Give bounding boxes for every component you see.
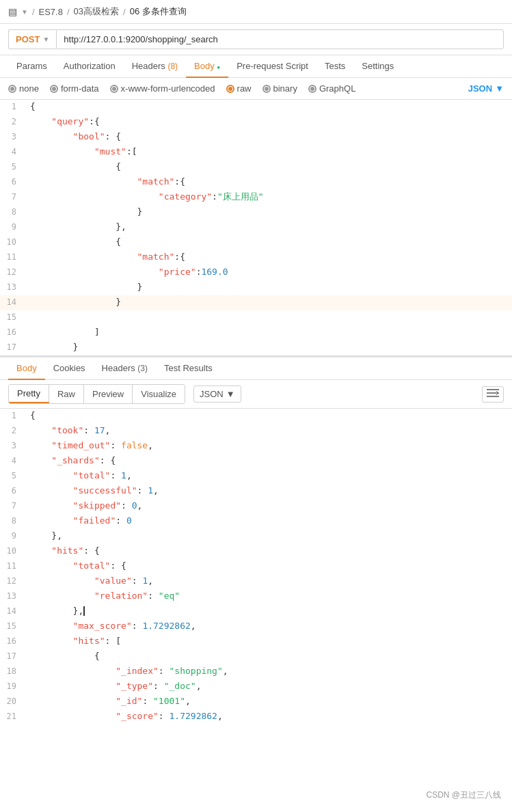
radio-graphql-label: GraphQL <box>319 83 355 94</box>
resp-linecontent-16: "hits": [ <box>25 634 512 649</box>
req-line-6: 6 "match":{ <box>0 175 512 190</box>
tab-body[interactable]: Body ● <box>186 55 228 78</box>
resp-line-14: 14 }, <box>0 604 512 619</box>
req-linenum-11: 11 <box>0 250 25 264</box>
tab-prerequest[interactable]: Pre-request Script <box>228 55 316 78</box>
resp-linecontent-10: "hits": { <box>25 544 512 558</box>
req-linecontent-6: "match":{ <box>25 175 512 189</box>
resp-linecontent-20: "_id": "1001", <box>25 694 512 709</box>
radio-urlencoded[interactable]: x-www-form-urlencoded <box>110 83 215 94</box>
tab-settings[interactable]: Settings <box>353 55 402 78</box>
request-code-editor[interactable]: 1 { 2 "query":{ 3 "bool": { 4 "must":[ 5… <box>0 100 512 357</box>
resp-linenum-6: 6 <box>0 484 25 498</box>
resp-linecontent-17: { <box>25 649 512 664</box>
req-line-4: 4 "must":[ <box>0 145 512 160</box>
req-linecontent-9: }, <box>25 220 512 234</box>
resp-linecontent-11: "total": { <box>25 559 512 573</box>
resp-linenum-19: 19 <box>0 679 25 693</box>
resp-linenum-9: 9 <box>0 529 25 543</box>
resp-tab-body-label: Body <box>16 363 37 373</box>
radio-none[interactable]: none <box>8 83 39 94</box>
resp-linecontent-4: "_shards": { <box>25 454 512 468</box>
req-linenum-14: 14 <box>0 295 25 309</box>
resp-line-13: 13 "relation": "eq" <box>0 589 512 604</box>
resp-linecontent-12: "value": 1, <box>25 574 512 588</box>
req-linecontent-7: "category":"床上用品" <box>25 190 512 204</box>
format-raw[interactable]: Raw <box>49 385 84 403</box>
req-linecontent-17: } <box>25 340 512 355</box>
resp-linecontent-7: "skipped": 0, <box>25 499 512 513</box>
wrap-toggle[interactable] <box>482 386 504 403</box>
req-line-10: 10 { <box>0 235 512 250</box>
tab-headers[interactable]: Headers (8) <box>124 55 186 78</box>
resp-linecontent-15: "max_score": 1.7292862, <box>25 619 512 634</box>
path-separator-1: / <box>32 7 35 17</box>
method-chevron: ▼ <box>42 36 49 43</box>
body-type-bar: none form-data x-www-form-urlencoded raw… <box>0 78 512 100</box>
resp-line-2: 2 "took": 17, <box>0 424 512 439</box>
resp-linecontent-19: "_type": "_doc", <box>25 679 512 694</box>
dropdown-icon[interactable]: ▼ <box>21 8 28 16</box>
resp-linenum-7: 7 <box>0 499 25 513</box>
req-line-3: 3 "bool": { <box>0 130 512 145</box>
tab-authorization[interactable]: Authorization <box>55 55 124 78</box>
resp-linenum-13: 13 <box>0 589 25 603</box>
resp-tab-testresults[interactable]: Test Results <box>156 357 221 380</box>
radio-graphql[interactable]: GraphQL <box>308 83 355 94</box>
tab-tests[interactable]: Tests <box>316 55 353 78</box>
method-select[interactable]: POST ▼ <box>8 29 56 49</box>
url-bar: POST ▼ <box>0 24 512 55</box>
path-item-3: 06 多条件查询 <box>130 5 187 18</box>
req-linenum-3: 3 <box>0 130 25 144</box>
req-line-12: 12 "price":169.0 <box>0 265 512 280</box>
req-line-5: 5 { <box>0 160 512 175</box>
resp-tab-cookies[interactable]: Cookies <box>45 357 94 380</box>
resp-linenum-21: 21 <box>0 709 25 723</box>
req-linenum-7: 7 <box>0 190 25 204</box>
format-preview[interactable]: Preview <box>84 385 133 403</box>
resp-linenum-20: 20 <box>0 694 25 708</box>
request-tabs: Params Authorization Headers (8) Body ● … <box>0 55 512 78</box>
tab-params-label: Params <box>16 61 47 71</box>
resp-line-9: 9 }, <box>0 529 512 544</box>
resp-line-18: 18 "_index": "shopping", <box>0 664 512 679</box>
radio-formdata-dot <box>50 85 58 93</box>
resp-tab-body[interactable]: Body <box>8 357 45 380</box>
req-linenum-6: 6 <box>0 175 25 189</box>
resp-json-format-select[interactable]: JSON ▼ <box>193 385 241 403</box>
resp-tab-headers[interactable]: Headers (3) <box>94 357 156 380</box>
radio-raw[interactable]: raw <box>226 83 252 94</box>
resp-line-19: 19 "_type": "_doc", <box>0 679 512 694</box>
resp-linecontent-3: "timed_out": false, <box>25 439 512 453</box>
response-code-editor[interactable]: 1 { 2 "took": 17, 3 "timed_out": false, … <box>0 409 512 725</box>
req-linecontent-4: "must":[ <box>25 145 512 159</box>
req-linenum-16: 16 <box>0 325 25 339</box>
radio-none-label: none <box>19 83 39 94</box>
resp-line-8: 8 "failed": 0 <box>0 514 512 529</box>
format-pretty[interactable]: Pretty <box>9 385 49 403</box>
resp-line-16: 16 "hits": [ <box>0 634 512 649</box>
format-visualize[interactable]: Visualize <box>133 385 185 403</box>
url-input[interactable] <box>56 29 504 49</box>
resp-linecontent-5: "total": 1, <box>25 469 512 483</box>
radio-none-dot <box>8 85 16 93</box>
resp-linenum-5: 5 <box>0 469 25 483</box>
radio-formdata-label: form-data <box>61 83 99 94</box>
json-format-select[interactable]: JSON ▼ <box>468 83 504 94</box>
req-line-2: 2 "query":{ <box>0 115 512 130</box>
req-linenum-12: 12 <box>0 265 25 279</box>
radio-formdata[interactable]: form-data <box>50 83 99 94</box>
resp-line-10: 10 "hits": { <box>0 544 512 559</box>
resp-line-1: 1 { <box>0 409 512 424</box>
response-tabs: Body Cookies Headers (3) Test Results <box>0 357 512 380</box>
req-linecontent-12: "price":169.0 <box>25 265 512 280</box>
json-format-chevron: ▼ <box>495 83 504 94</box>
resp-line-11: 11 "total": { <box>0 559 512 574</box>
resp-json-format-label: JSON <box>200 389 224 399</box>
radio-binary[interactable]: binary <box>262 83 297 94</box>
folder-icon: ▤ <box>8 6 17 17</box>
resp-linenum-17: 17 <box>0 649 25 663</box>
radio-binary-label: binary <box>273 83 297 94</box>
req-line-1: 1 { <box>0 100 512 115</box>
tab-params[interactable]: Params <box>8 55 55 78</box>
